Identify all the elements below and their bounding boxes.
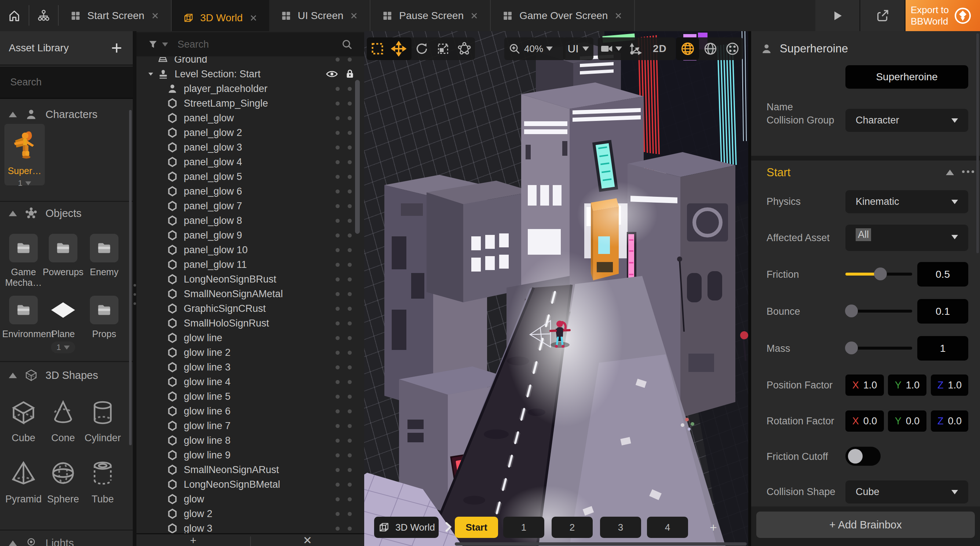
screen-tab[interactable]: Start Screen — [59, 0, 172, 31]
tree-item-toggles[interactable] — [336, 131, 352, 135]
zoom-in-icon[interactable] — [508, 42, 521, 56]
screen-tab[interactable]: Pause Screen — [371, 0, 491, 31]
chevron-down-icon[interactable] — [616, 46, 622, 51]
shape-tube[interactable] — [89, 459, 117, 487]
friction-value[interactable]: 0.5 — [917, 262, 968, 287]
slider-thumb[interactable] — [845, 341, 858, 354]
add-section-button[interactable]: + — [693, 517, 734, 538]
tree-item[interactable]: glow line 7 — [137, 419, 364, 433]
add-brainbox-button[interactable]: + Add Brainbox — [756, 511, 975, 538]
position-factor-x[interactable]: X1.0 — [845, 375, 884, 396]
shape-cylinder[interactable] — [89, 399, 117, 427]
tree-item[interactable]: player_placeholder — [137, 81, 364, 96]
slider-thumb[interactable] — [845, 305, 858, 317]
mass-slider[interactable] — [845, 347, 912, 349]
collapse-icon[interactable] — [9, 211, 17, 216]
filter-icon[interactable] — [148, 39, 158, 50]
tree-item[interactable]: glow line — [137, 330, 364, 345]
inspector-scrollbar[interactable] — [976, 33, 979, 253]
tree-item[interactable]: glow line 5 — [137, 389, 364, 404]
collapse-icon[interactable] — [9, 112, 17, 117]
section-3-button[interactable]: 3 — [600, 517, 641, 538]
hierarchy-search-input[interactable] — [177, 38, 341, 51]
tree-item-toggles[interactable] — [336, 57, 352, 62]
tree-item-toggles[interactable] — [336, 189, 352, 194]
tree-item[interactable]: panel_glow 10 — [137, 243, 364, 257]
slider-thumb[interactable] — [874, 268, 887, 280]
section-menu-icon[interactable] — [962, 170, 974, 173]
tree-item[interactable]: glow — [137, 492, 364, 506]
tree-item-toggles[interactable] — [336, 395, 352, 399]
friction-cutoff-toggle[interactable] — [845, 447, 881, 466]
shapes-section-header[interactable]: 3D Shapes — [0, 368, 98, 382]
collapse-icon[interactable] — [946, 170, 954, 175]
tree-item[interactable]: SmallNeonSignARust — [137, 462, 364, 477]
characters-section-header[interactable]: Characters — [0, 107, 97, 121]
object-plane[interactable] — [49, 296, 77, 324]
object-folder-enemy[interactable] — [90, 234, 118, 262]
rotation-factor-y[interactable]: Y0.0 — [888, 410, 926, 432]
tree-item-toggles[interactable] — [336, 351, 352, 355]
section-4-button[interactable]: 4 — [647, 517, 688, 538]
section-start-button[interactable]: Start — [455, 517, 498, 538]
tree-item[interactable]: LongNeonSignBMetal — [137, 477, 364, 492]
section-2-button[interactable]: 2 — [552, 517, 593, 538]
scale-tool[interactable] — [433, 41, 454, 56]
path-nodes-tool[interactable] — [454, 41, 475, 56]
tree-item-toggles[interactable] — [336, 468, 352, 472]
tree-item-toggles[interactable] — [336, 321, 352, 325]
globe-simple-icon[interactable] — [699, 41, 722, 56]
shape-sphere[interactable] — [49, 459, 77, 487]
visibility-eye-icon[interactable] — [325, 67, 339, 81]
tree-item-toggles[interactable] — [336, 380, 352, 384]
collapse-icon[interactable] — [9, 373, 17, 378]
lights-section-header[interactable]: Lights — [0, 536, 74, 546]
mass-value[interactable]: 1 — [917, 336, 968, 360]
filter-dropdown-icon[interactable] — [162, 43, 168, 46]
name-input[interactable]: Superheroine — [845, 65, 968, 89]
tree-item-toggles[interactable] — [336, 512, 352, 516]
tree-item-toggles[interactable] — [336, 278, 352, 281]
tree-item-toggles[interactable] — [336, 292, 352, 296]
zoom-control[interactable]: 40% — [504, 37, 566, 60]
screen-tab[interactable]: UI Screen — [269, 0, 371, 31]
camera-icon[interactable] — [598, 42, 616, 56]
lock-icon[interactable] — [344, 68, 356, 80]
caret-down-icon[interactable] — [146, 69, 157, 79]
tree-item-toggles[interactable] — [336, 497, 352, 501]
tree-item[interactable]: GraphicSignCRust — [137, 301, 364, 316]
friction-slider[interactable] — [845, 273, 912, 276]
horizontal-scrollbar[interactable] — [455, 542, 747, 546]
object-folder-powerups[interactable] — [49, 234, 77, 262]
objects-section-header[interactable]: Objects — [0, 206, 81, 220]
tree-item-toggles[interactable] — [336, 307, 352, 311]
collision-shape-select[interactable]: Cube — [845, 480, 968, 503]
close-icon[interactable] — [614, 11, 623, 21]
world-button[interactable]: 3D World — [374, 517, 439, 538]
select-marquee-tool[interactable] — [367, 41, 388, 56]
tree-item[interactable]: panel_glow — [137, 111, 364, 125]
tree-item-toggles[interactable] — [336, 365, 352, 369]
mode-2d-button[interactable]: 2D — [653, 43, 667, 55]
tree-item[interactable]: Ground — [137, 56, 364, 67]
viewport-3d[interactable]: 40% UI 2D 3D World Start — [364, 31, 748, 546]
tree-item-toggles[interactable] — [336, 424, 352, 428]
object-folder-game-mechanics[interactable] — [9, 234, 38, 262]
play-button[interactable] — [815, 0, 859, 31]
position-factor-y[interactable]: Y1.0 — [888, 375, 926, 396]
tree-item-toggles[interactable] — [336, 336, 352, 340]
hierarchy-close-button[interactable]: ✕ — [251, 534, 364, 546]
tree-item-toggles[interactable] — [336, 87, 352, 91]
tree-item[interactable]: panel_glow 2 — [137, 125, 364, 140]
character-asset-card[interactable]: Super… 1 — [5, 124, 45, 186]
rotate-tool[interactable] — [412, 41, 433, 56]
tree-item[interactable]: glow line 3 — [137, 360, 364, 375]
screen-tab[interactable]: 3D World — [172, 0, 269, 36]
object-folder-environment[interactable] — [9, 296, 38, 324]
tree-item-toggles[interactable] — [336, 219, 352, 223]
shape-pyramid[interactable] — [10, 459, 37, 487]
tree-item[interactable]: panel_glow 9 — [137, 228, 364, 243]
plane-count-dropdown[interactable]: 1 — [51, 341, 75, 353]
tree-item[interactable]: panel_glow 8 — [137, 213, 364, 228]
screen-tab[interactable]: Game Over Screen — [491, 0, 635, 31]
